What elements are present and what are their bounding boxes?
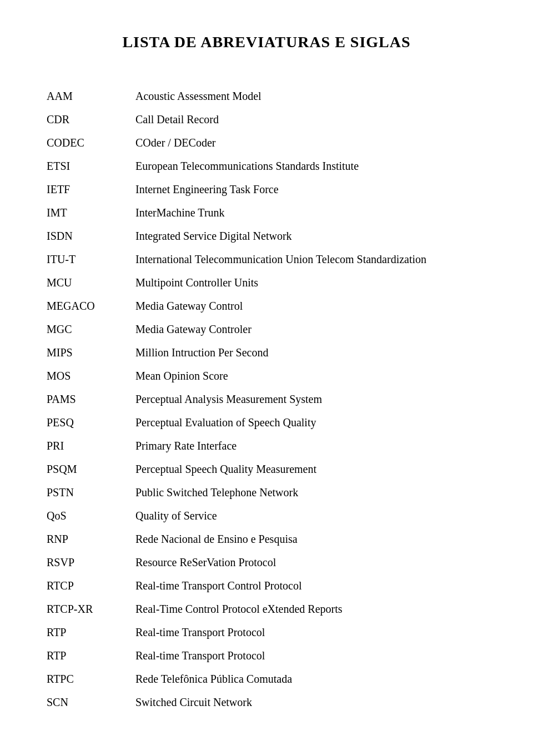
table-row: IETFInternet Engineering Task Force [44, 178, 489, 201]
abbreviation: RNP [44, 527, 133, 551]
abbreviation: RTPC [44, 667, 133, 691]
definition: Integrated Service Digital Network [133, 224, 489, 248]
abbreviation: PSTN [44, 481, 133, 504]
table-row: SCNSwitched Circuit Network [44, 691, 489, 714]
abbreviation: PSQM [44, 457, 133, 481]
definition: Switched Circuit Network [133, 691, 489, 714]
definition: European Telecommunications Standards In… [133, 154, 489, 178]
definition: Million Intruction Per Second [133, 341, 489, 364]
definition: Real-time Transport Protocol [133, 621, 489, 644]
table-row: MCUMultipoint Controller Units [44, 271, 489, 294]
table-row: AAMAcoustic Assessment Model [44, 84, 489, 108]
definition: COder / DECoder [133, 131, 489, 154]
table-row: RSVPResource ReSerVation Protocol [44, 551, 489, 574]
abbreviation: MOS [44, 364, 133, 387]
table-row: ITU-TInternational Telecommunication Uni… [44, 248, 489, 271]
definition: Real-time Transport Protocol [133, 644, 489, 667]
abbreviation: IMT [44, 201, 133, 224]
definition: Real-Time Control Protocol eXtended Repo… [133, 597, 489, 621]
table-row: PESQPerceptual Evaluation of Speech Qual… [44, 411, 489, 434]
definition: Mean Opinion Score [133, 364, 489, 387]
table-row: RTCP-XRReal-Time Control Protocol eXtend… [44, 597, 489, 621]
table-row: MOSMean Opinion Score [44, 364, 489, 387]
abbreviation: RTP [44, 621, 133, 644]
abbreviations-table: AAMAcoustic Assessment ModelCDRCall Deta… [44, 84, 489, 714]
abbreviation: PESQ [44, 411, 133, 434]
abbreviation: PAMS [44, 387, 133, 411]
definition: Public Switched Telephone Network [133, 481, 489, 504]
definition: Rede Nacional de Ensino e Pesquisa [133, 527, 489, 551]
table-row: CODECCOder / DECoder [44, 131, 489, 154]
table-row: IMTInterMachine Trunk [44, 201, 489, 224]
abbreviation: RTCP-XR [44, 597, 133, 621]
definition: Primary Rate Interface [133, 434, 489, 457]
table-row: RTPReal-time Transport Protocol [44, 644, 489, 667]
abbreviation: ETSI [44, 154, 133, 178]
table-row: RTPCRede Telefônica Pública Comutada [44, 667, 489, 691]
abbreviation: QoS [44, 504, 133, 527]
abbreviation: CODEC [44, 131, 133, 154]
table-row: RTPReal-time Transport Protocol [44, 621, 489, 644]
abbreviation: AAM [44, 84, 133, 108]
abbreviation: PRI [44, 434, 133, 457]
table-row: PSTNPublic Switched Telephone Network [44, 481, 489, 504]
table-row: RTCPReal-time Transport Control Protocol [44, 574, 489, 597]
definition: Media Gateway Control [133, 294, 489, 317]
abbreviation: MGC [44, 317, 133, 341]
abbreviation: ITU-T [44, 248, 133, 271]
table-row: ISDNIntegrated Service Digital Network [44, 224, 489, 248]
definition: Internet Engineering Task Force [133, 178, 489, 201]
table-row: PRIPrimary Rate Interface [44, 434, 489, 457]
table-row: MEGACOMedia Gateway Control [44, 294, 489, 317]
table-row: RNPRede Nacional de Ensino e Pesquisa [44, 527, 489, 551]
abbreviation: MEGACO [44, 294, 133, 317]
definition: Resource ReSerVation Protocol [133, 551, 489, 574]
abbreviation: ISDN [44, 224, 133, 248]
definition: Media Gateway Controler [133, 317, 489, 341]
table-row: ETSIEuropean Telecommunications Standard… [44, 154, 489, 178]
definition: Rede Telefônica Pública Comutada [133, 667, 489, 691]
abbreviation: RTP [44, 644, 133, 667]
definition: Perceptual Analysis Measurement System [133, 387, 489, 411]
definition: Acoustic Assessment Model [133, 84, 489, 108]
definition: Perceptual Speech Quality Measurement [133, 457, 489, 481]
page-title: LISTA DE ABREVIATURAS E SIGLAS [44, 33, 489, 51]
definition: Call Detail Record [133, 108, 489, 131]
definition: International Telecommunication Union Te… [133, 248, 489, 271]
table-row: QoSQuality of Service [44, 504, 489, 527]
abbreviation: RTCP [44, 574, 133, 597]
table-row: PAMSPerceptual Analysis Measurement Syst… [44, 387, 489, 411]
definition: Real-time Transport Control Protocol [133, 574, 489, 597]
table-row: CDRCall Detail Record [44, 108, 489, 131]
definition: InterMachine Trunk [133, 201, 489, 224]
abbreviation: MIPS [44, 341, 133, 364]
definition: Quality of Service [133, 504, 489, 527]
definition: Multipoint Controller Units [133, 271, 489, 294]
abbreviation: MCU [44, 271, 133, 294]
abbreviation: RSVP [44, 551, 133, 574]
abbreviation: IETF [44, 178, 133, 201]
table-row: PSQMPerceptual Speech Quality Measuremen… [44, 457, 489, 481]
table-row: MGCMedia Gateway Controler [44, 317, 489, 341]
table-row: MIPSMillion Intruction Per Second [44, 341, 489, 364]
definition: Perceptual Evaluation of Speech Quality [133, 411, 489, 434]
abbreviation: CDR [44, 108, 133, 131]
abbreviation: SCN [44, 691, 133, 714]
